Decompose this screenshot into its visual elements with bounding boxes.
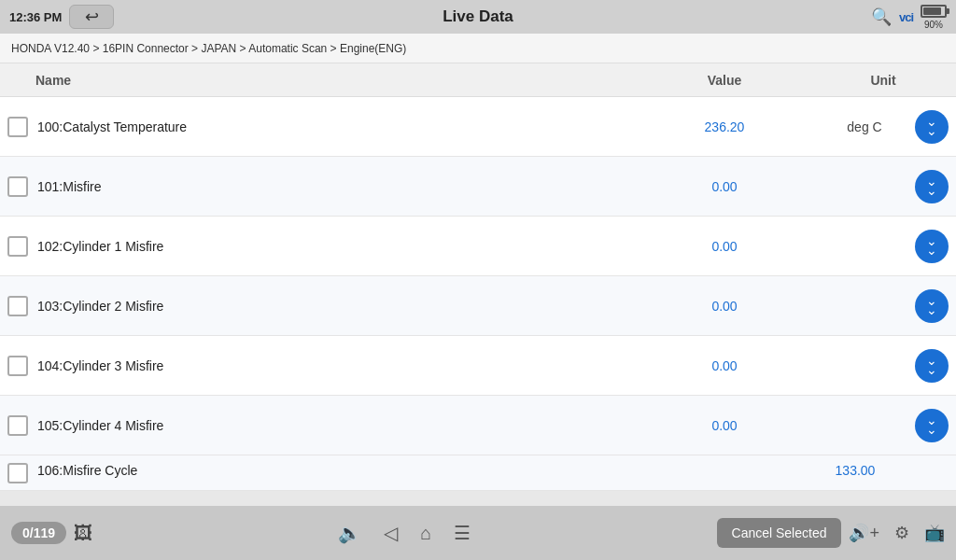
battery-fill <box>923 7 941 15</box>
volume-icon[interactable]: 🔈 <box>338 522 361 544</box>
breadcrumb: HONDA V12.40 > 16PIN Connector > JAPAN >… <box>0 34 956 63</box>
row-label-104: 104:Cylinder 3 Misfire <box>37 358 631 373</box>
search-icon[interactable]: 🔍 <box>871 7 892 27</box>
row-label-105: 105:Cylinder 4 Misfire <box>37 418 631 433</box>
vci-logo: vci <box>899 10 913 24</box>
bottom-right-icons: 🔊+ ⚙ 📺 <box>849 523 945 543</box>
table-header: Name Value Unit <box>0 63 956 97</box>
row-label-103: 103:Cylinder 2 Misfire <box>37 299 631 314</box>
row-label-102: 102:Cylinder 1 Misfire <box>37 239 631 254</box>
row-value-105: 0.00 <box>631 418 818 433</box>
back-button[interactable]: ↩ <box>69 5 114 29</box>
screen-settings-icon[interactable]: ⚙ <box>894 523 909 543</box>
chevron-down-icon: ⌄⌄ <box>926 237 937 256</box>
row-expand-101[interactable]: ⌄⌄ <box>915 170 949 203</box>
row-unit-100: deg C <box>818 119 911 134</box>
cast-icon[interactable]: 📺 <box>924 523 945 543</box>
chevron-down-icon: ⌄⌄ <box>926 177 937 196</box>
table-row: 103:Cylinder 2 Misfire 0.00 ⌄⌄ <box>0 276 956 336</box>
cancel-selected-button[interactable]: Cancel Selected <box>717 518 842 548</box>
back-nav-icon[interactable]: ◁ <box>384 522 398 544</box>
home-icon[interactable]: ⌂ <box>420 523 431 544</box>
row-value-106: 133.00 <box>762 463 949 478</box>
status-bar-right: 🔍 vci 90% <box>871 5 947 30</box>
table-row: 101:Misfire 0.00 ⌄⌄ <box>0 157 956 217</box>
row-expand-103[interactable]: ⌄⌄ <box>915 289 949 323</box>
row-checkbox-106[interactable] <box>7 463 28 483</box>
row-expand-105[interactable]: ⌄⌄ <box>915 409 949 442</box>
battery-icon <box>921 5 947 18</box>
col-header-value: Value <box>631 73 818 88</box>
back-arrow-icon: ↩ <box>85 7 99 27</box>
chevron-down-icon: ⌄⌄ <box>926 416 937 435</box>
row-label-100: 100:Catalyst Temperature <box>37 119 631 134</box>
chevron-down-icon: ⌄⌄ <box>926 297 937 315</box>
status-bar: 12:36 PM ↩ Live Data 🔍 vci 90% <box>0 0 956 34</box>
table-row-partial: 106:Misfire Cycle 133.00 <box>0 455 956 491</box>
col-header-unit: Unit <box>818 73 949 88</box>
chevron-down-icon: ⌄⌄ <box>926 118 937 136</box>
menu-icon[interactable]: ☰ <box>454 522 471 544</box>
bottom-bar: 0/119 🖼 🔈 ◁ ⌂ ☰ Cancel Selected 🔊+ ⚙ 📺 <box>0 506 956 560</box>
row-value-104: 0.00 <box>631 358 818 373</box>
bottom-right-controls: Cancel Selected 🔊+ ⚙ 📺 <box>717 518 945 548</box>
row-expand-100[interactable]: ⌄⌄ <box>915 110 949 144</box>
row-expand-104[interactable]: ⌄⌄ <box>915 349 949 383</box>
chevron-down-icon: ⌄⌄ <box>926 357 937 375</box>
row-checkbox-101[interactable] <box>7 176 28 197</box>
row-value-101: 0.00 <box>631 179 818 194</box>
row-value-100: 236.20 <box>631 119 818 134</box>
time-display: 12:36 PM <box>9 10 62 24</box>
data-table: Name Value Unit 100:Catalyst Temperature… <box>0 63 956 491</box>
battery-percent: 90% <box>924 20 943 30</box>
table-row: 105:Cylinder 4 Misfire 0.00 ⌄⌄ <box>0 396 956 455</box>
image-icon[interactable]: 🖼 <box>74 523 92 544</box>
row-value-102: 0.00 <box>631 239 818 254</box>
row-value-103: 0.00 <box>631 299 818 314</box>
row-label-101: 101:Misfire <box>37 179 631 194</box>
breadcrumb-text: HONDA V12.40 > 16PIN Connector > JAPAN >… <box>11 42 406 55</box>
table-row: 102:Cylinder 1 Misfire 0.00 ⌄⌄ <box>0 217 956 276</box>
battery-indicator: 90% <box>921 5 947 30</box>
row-checkbox-102[interactable] <box>7 236 28 257</box>
selection-counter: 0/119 <box>11 522 66 544</box>
volume-plus-icon[interactable]: 🔊+ <box>849 523 879 543</box>
col-header-name: Name <box>7 73 631 88</box>
row-checkbox-105[interactable] <box>7 415 28 436</box>
page-title: Live Data <box>443 7 513 26</box>
row-checkbox-103[interactable] <box>7 296 28 316</box>
row-checkbox-100[interactable] <box>7 117 28 137</box>
row-label-106: 106:Misfire Cycle <box>37 463 762 478</box>
nav-controls: 🔈 ◁ ⌂ ☰ <box>338 522 471 544</box>
table-row: 104:Cylinder 3 Misfire 0.00 ⌄⌄ <box>0 336 956 396</box>
status-bar-left: 12:36 PM ↩ <box>9 5 114 29</box>
row-expand-102[interactable]: ⌄⌄ <box>915 230 949 263</box>
row-checkbox-104[interactable] <box>7 356 28 376</box>
bottom-left-controls: 0/119 🖼 <box>11 522 92 544</box>
table-row: 100:Catalyst Temperature 236.20 deg C ⌄⌄ <box>0 97 956 157</box>
